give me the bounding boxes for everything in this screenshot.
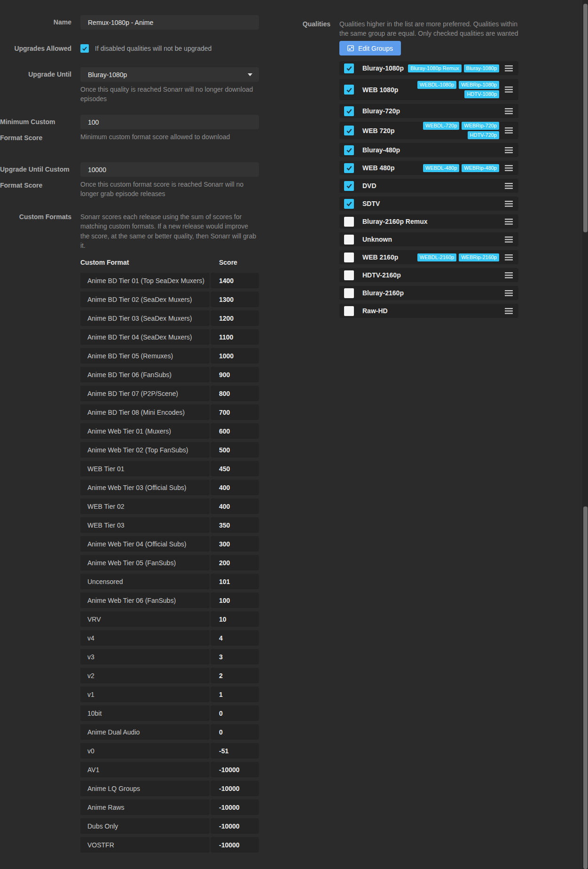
custom-format-score-input[interactable]: 100 <box>211 592 259 608</box>
custom-format-score-input[interactable]: 1200 <box>211 310 259 326</box>
custom-format-score-input[interactable]: 600 <box>211 423 259 439</box>
edit-groups-button[interactable]: Edit Groups <box>339 41 401 55</box>
custom-format-score-input[interactable]: 200 <box>211 555 259 570</box>
upgrade-until-label: Upgrade Until <box>0 67 71 82</box>
custom-format-score-input[interactable]: -51 <box>211 743 259 758</box>
custom-format-score-input[interactable]: -10000 <box>211 781 259 796</box>
custom-format-name-cell: Anime BD Tier 01 (Top SeaDex Muxers) <box>80 273 210 288</box>
drag-handle[interactable] <box>505 147 513 153</box>
custom-format-row: VRV10 <box>80 611 259 627</box>
quality-name: Unknown <box>362 236 392 243</box>
drag-handle[interactable] <box>505 87 513 93</box>
custom-format-score-input[interactable]: -10000 <box>211 818 259 834</box>
drag-handle[interactable] <box>505 272 513 278</box>
custom-format-score-input[interactable]: 400 <box>211 498 259 514</box>
quality-checkbox[interactable] <box>344 163 354 173</box>
custom-format-score-input[interactable]: 1000 <box>211 348 259 363</box>
drag-handle[interactable] <box>505 165 513 171</box>
upgrade-until-select[interactable]: Bluray-1080p <box>80 67 259 82</box>
custom-format-score-input[interactable]: 300 <box>211 536 259 552</box>
quality-checkbox[interactable] <box>344 235 354 245</box>
check-icon <box>345 127 353 134</box>
drag-handle-icon <box>505 219 513 225</box>
custom-format-name-cell: Anime Web Tier 04 (Official Subs) <box>80 536 210 552</box>
custom-format-row: Anime Web Tier 02 (Top FanSubs)500 <box>80 442 259 458</box>
drag-handle[interactable] <box>505 127 513 134</box>
quality-name: SDTV <box>362 200 380 207</box>
custom-format-score-input[interactable]: -10000 <box>211 837 259 853</box>
quality-checkbox[interactable] <box>344 253 354 262</box>
custom-format-score-input[interactable]: -10000 <box>211 762 259 777</box>
name-input[interactable] <box>80 15 259 30</box>
quality-checkbox[interactable] <box>344 63 354 73</box>
quality-row: SDTV <box>339 197 518 211</box>
ungroup-icon <box>347 45 354 51</box>
upgrade-until-custom-format-score-form-group: Upgrade Until Custom Format Score Once t… <box>0 162 263 198</box>
drag-handle[interactable] <box>505 219 513 225</box>
custom-format-name-cell: Anime BD Tier 03 (SeaDex Muxers) <box>80 310 210 326</box>
custom-format-score-input[interactable]: 900 <box>211 367 259 382</box>
custom-format-row: Anime BD Tier 03 (SeaDex Muxers)1200 <box>80 310 259 326</box>
custom-format-score-input[interactable]: 101 <box>211 574 259 589</box>
quality-checkbox[interactable] <box>344 126 354 135</box>
custom-format-score-input[interactable]: 1 <box>211 687 259 702</box>
custom-format-name-cell: VRV <box>80 611 210 627</box>
custom-format-score-input[interactable]: 450 <box>211 461 259 476</box>
min-custom-format-score-input[interactable] <box>80 115 259 129</box>
custom-format-score-input[interactable]: 0 <box>211 705 259 721</box>
quality-group-badge: WEBDL-1080p <box>417 81 456 89</box>
custom-format-row: AV1-10000 <box>80 762 259 777</box>
quality-checkbox[interactable] <box>344 106 354 116</box>
upgrades-allowed-checkbox[interactable] <box>80 44 89 53</box>
drag-handle-icon <box>505 127 513 134</box>
drag-handle-icon <box>505 165 513 171</box>
custom-format-name-cell: VOSTFR <box>80 837 210 853</box>
custom-format-score-input[interactable]: 800 <box>211 386 259 401</box>
check-icon <box>345 164 353 172</box>
quality-checkbox[interactable] <box>344 270 354 280</box>
custom-format-score-input[interactable]: 400 <box>211 480 259 495</box>
custom-format-score-input[interactable]: 1100 <box>211 329 259 345</box>
quality-badges: Bluray-1080p RemuxBluray-1080p <box>408 64 499 72</box>
custom-format-score-input[interactable]: 1300 <box>211 292 259 307</box>
custom-format-score-input[interactable]: 10 <box>211 611 259 627</box>
custom-format-score-input[interactable]: 4 <box>211 630 259 646</box>
drag-handle[interactable] <box>505 290 513 296</box>
upgrades-allowed-form-group: Upgrades Allowed If disabled qualities w… <box>0 44 263 53</box>
drag-handle[interactable] <box>505 108 513 114</box>
drag-handle[interactable] <box>505 254 513 261</box>
check-icon <box>345 146 353 154</box>
custom-format-row: Anime BD Tier 04 (SeaDex Muxers)1100 <box>80 329 259 345</box>
quality-checkbox[interactable] <box>344 217 354 227</box>
custom-format-score-input[interactable]: 1400 <box>211 273 259 288</box>
custom-format-score-input[interactable]: -10000 <box>211 799 259 815</box>
drag-handle[interactable] <box>505 201 513 207</box>
custom-format-score-input[interactable]: 500 <box>211 442 259 458</box>
custom-format-score-input[interactable]: 2 <box>211 668 259 683</box>
drag-handle[interactable] <box>505 237 513 243</box>
custom-format-name-cell: Anime BD Tier 08 (Mini Encodes) <box>80 404 210 420</box>
custom-format-score-input[interactable]: 0 <box>211 724 259 740</box>
drag-handle[interactable] <box>505 65 513 71</box>
quality-row: Bluray-2160p <box>339 286 518 300</box>
custom-format-row: v11 <box>80 687 259 702</box>
quality-checkbox[interactable] <box>344 181 354 191</box>
quality-checkbox[interactable] <box>344 288 354 298</box>
drag-handle[interactable] <box>505 308 513 314</box>
drag-handle-icon <box>505 183 513 189</box>
upgrades-allowed-help: If disabled qualities will not be upgrad… <box>95 44 212 53</box>
quality-checkbox[interactable] <box>344 145 354 155</box>
scrollbar-thumb-top[interactable] <box>583 4 588 232</box>
drag-handle[interactable] <box>505 183 513 189</box>
custom-format-score-input[interactable]: 350 <box>211 517 259 533</box>
quality-checkbox[interactable] <box>344 306 354 316</box>
check-icon <box>345 182 353 190</box>
scrollbar-thumb-bottom[interactable] <box>583 506 588 869</box>
upgrade-until-custom-format-score-input[interactable] <box>80 162 259 177</box>
drag-handle-icon <box>505 254 513 261</box>
custom-format-score-input[interactable]: 700 <box>211 404 259 420</box>
quality-checkbox[interactable] <box>344 199 354 209</box>
quality-group-badge: Bluray-1080p <box>464 64 499 72</box>
custom-format-score-input[interactable]: 3 <box>211 649 259 664</box>
quality-checkbox[interactable] <box>344 85 354 95</box>
